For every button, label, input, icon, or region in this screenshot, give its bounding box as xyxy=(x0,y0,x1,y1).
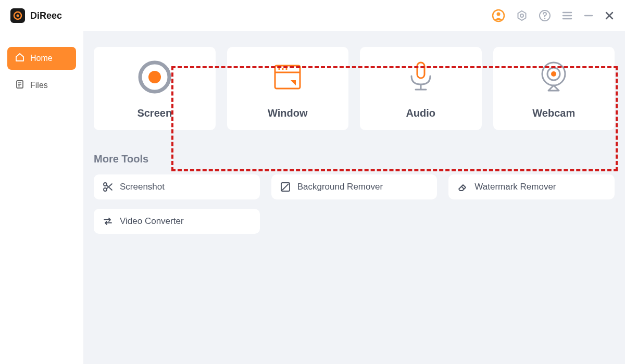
microphone-icon xyxy=(402,58,440,96)
webcam-icon xyxy=(535,58,572,96)
recorder-label: Audio xyxy=(406,107,435,119)
svg-point-19 xyxy=(148,71,161,83)
menu-icon[interactable] xyxy=(561,10,573,21)
recorder-window[interactable]: Window xyxy=(227,47,349,130)
svg-line-37 xyxy=(461,186,464,189)
tools-grid-row1: Screenshot Background Remover xyxy=(92,174,617,199)
window-icon xyxy=(269,58,306,96)
close-icon[interactable] xyxy=(604,10,615,21)
svg-rect-25 xyxy=(417,62,424,78)
sidebar-item-label: Files xyxy=(30,81,48,90)
recorder-label: Screen xyxy=(137,107,172,119)
tools-grid-row2: Video Converter xyxy=(92,209,617,234)
svg-point-5 xyxy=(520,14,523,17)
tool-label: Background Remover xyxy=(297,182,383,192)
svg-point-24 xyxy=(285,68,288,70)
sidebar-item-files[interactable]: Files xyxy=(7,74,76,97)
settings-icon[interactable] xyxy=(516,9,528,22)
recorder-grid: Screen Window xyxy=(92,47,617,130)
sidebar: Home Files xyxy=(0,31,83,364)
sidebar-item-label: Home xyxy=(30,54,53,63)
tool-label: Video Converter xyxy=(120,216,184,227)
app-title: DiReec xyxy=(30,10,62,21)
svg-point-30 xyxy=(551,71,556,77)
svg-point-7 xyxy=(544,18,545,19)
titlebar-left: DiReec xyxy=(10,8,62,23)
more-tools-title: More Tools xyxy=(92,153,617,165)
files-icon xyxy=(15,79,25,92)
svg-line-36 xyxy=(282,184,289,190)
tool-video-converter[interactable]: Video Converter xyxy=(94,209,260,234)
titlebar: DiReec xyxy=(0,0,625,31)
sidebar-item-home[interactable]: Home xyxy=(7,47,76,70)
app-logo xyxy=(10,8,25,23)
bg-remove-icon xyxy=(280,181,291,193)
recorder-webcam[interactable]: Webcam xyxy=(493,47,615,130)
eraser-icon xyxy=(457,181,468,193)
record-screen-icon xyxy=(136,58,173,96)
svg-point-1 xyxy=(17,15,19,17)
main-content: Screen Window xyxy=(83,31,625,364)
tool-label: Watermark Remover xyxy=(474,182,556,192)
recorder-label: Window xyxy=(268,107,307,119)
help-icon[interactable] xyxy=(539,9,551,22)
tool-watermark-remover[interactable]: Watermark Remover xyxy=(448,174,615,199)
scissors-icon xyxy=(102,181,114,193)
home-icon xyxy=(15,52,25,65)
recorder-audio[interactable]: Audio xyxy=(360,47,482,130)
svg-point-22 xyxy=(278,68,280,70)
convert-icon xyxy=(102,216,114,227)
titlebar-right xyxy=(492,9,615,22)
minimize-icon[interactable] xyxy=(583,10,594,21)
tool-screenshot[interactable]: Screenshot xyxy=(94,174,260,199)
tool-label: Screenshot xyxy=(120,182,165,192)
svg-marker-4 xyxy=(518,11,526,20)
svg-point-23 xyxy=(282,68,284,70)
tool-background-remover[interactable]: Background Remover xyxy=(271,174,438,199)
recorder-screen[interactable]: Screen xyxy=(94,47,216,130)
account-icon[interactable] xyxy=(492,9,505,22)
svg-point-3 xyxy=(497,12,501,16)
recorder-label: Webcam xyxy=(532,107,575,119)
